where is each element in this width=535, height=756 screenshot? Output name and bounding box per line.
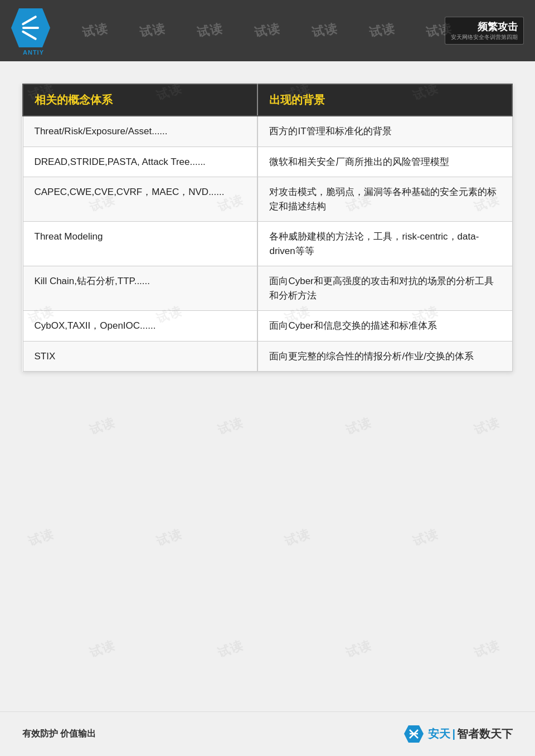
logo-text: ANTIY: [11, 49, 56, 56]
watermark-15: 试读: [471, 414, 502, 439]
footer-brand-sub: 智者数天下: [457, 728, 513, 740]
header-wm-5: 试读: [310, 20, 339, 41]
logo-line-3: [22, 30, 37, 40]
table-cell-left-4: Kill Chain,钻石分析,TTP......: [23, 266, 257, 311]
watermark-12: 试读: [87, 414, 118, 439]
header-wm-3: 试读: [196, 20, 225, 41]
watermark-13: 试读: [215, 414, 246, 439]
table-cell-left-1: DREAD,STRIDE,PASTA, Attack Tree......: [23, 147, 257, 177]
table-row: DREAD,STRIDE,PASTA, Attack Tree......微软和…: [23, 147, 512, 177]
logo-line-1: [22, 15, 37, 25]
table-row: CAPEC,CWE,CVE,CVRF，MAEC，NVD......对攻击模式，脆…: [23, 177, 512, 222]
table-cell-right-1: 微软和相关安全厂商所推出的风险管理模型: [257, 147, 512, 177]
table-row: Threat/Risk/Exposure/Asset......西方的IT管理和…: [23, 116, 512, 147]
watermark-21: 试读: [215, 637, 246, 662]
header-wm-4: 试读: [253, 20, 282, 41]
table-cell-right-2: 对攻击模式，脆弱点，漏洞等各种基础的安全元素的标定和描述结构: [257, 177, 512, 222]
header-wm-1: 试读: [81, 20, 110, 41]
watermark-17: 试读: [154, 525, 184, 550]
header: ANTIY 试读 试读 试读 试读 试读 试读 试读 频繁攻击 安天网络安全冬训…: [0, 0, 535, 61]
watermark-20: 试读: [87, 637, 118, 662]
col1-header: 相关的概念体系: [23, 84, 257, 116]
table-header-row: 相关的概念体系 出现的背景: [23, 84, 512, 116]
main-content: 相关的概念体系 出现的背景 Threat/Risk/Exposure/Asset…: [0, 61, 535, 388]
footer-brand-cn: 安天: [428, 728, 450, 740]
table-row: STIX面向更完整的综合性的情报分析/作业/交换的体系: [23, 341, 512, 372]
header-wm-6: 试读: [367, 20, 396, 41]
header-logo: ANTIY: [11, 8, 56, 53]
watermark-19: 试读: [410, 525, 441, 550]
footer: 有效防护 价值输出 安天|智者数天下: [0, 711, 535, 756]
table-row: Kill Chain,钻石分析,TTP......面向Cyber和更高强度的攻击…: [23, 266, 512, 311]
table-cell-left-5: CybOX,TAXII，OpenIOC......: [23, 311, 257, 342]
table-cell-right-4: 面向Cyber和更高强度的攻击和对抗的场景的分析工具和分析方法: [257, 266, 512, 311]
table-cell-left-3: Threat Modeling: [23, 222, 257, 266]
table-cell-right-5: 面向Cyber和信息交换的描述和标准体系: [257, 311, 512, 342]
watermark-18: 试读: [282, 525, 313, 550]
table-cell-left-6: STIX: [23, 341, 257, 372]
brand-name: 频繁攻击: [451, 20, 518, 33]
main-table: 相关的概念体系 出现的背景 Threat/Risk/Exposure/Asset…: [22, 84, 513, 372]
table-cell-right-3: 各种威胁建模的方法论，工具，risk-centric，data-driven等等: [257, 222, 512, 266]
table-row: Threat Modeling各种威胁建模的方法论，工具，risk-centri…: [23, 222, 512, 266]
watermark-16: 试读: [26, 525, 56, 550]
table-cell-left-2: CAPEC,CWE,CVE,CVRF，MAEC，NVD......: [23, 177, 257, 222]
footer-logo-icon: [404, 724, 424, 744]
header-right-logo: 频繁攻击 安天网络安全冬训营第四期: [445, 17, 524, 45]
table-cell-right-0: 西方的IT管理和标准化的背景: [257, 116, 512, 147]
col2-header: 出现的背景: [257, 84, 512, 116]
watermark-14: 试读: [343, 414, 374, 439]
brand-sub: 安天网络安全冬训营第四期: [451, 33, 518, 41]
watermark-23: 试读: [471, 637, 502, 662]
table-cell-left-0: Threat/Risk/Exposure/Asset......: [23, 116, 257, 147]
table-row: CybOX,TAXII，OpenIOC......面向Cyber和信息交换的描述…: [23, 311, 512, 342]
table-cell-right-6: 面向更完整的综合性的情报分析/作业/交换的体系: [257, 341, 512, 372]
header-wm-2: 试读: [138, 20, 167, 41]
logo-line-2: [22, 27, 39, 29]
footer-right: 安天|智者数天下: [404, 724, 513, 744]
footer-left-text: 有效防护 价值输出: [22, 728, 96, 740]
footer-brand: 安天|智者数天下: [428, 726, 513, 742]
watermark-22: 试读: [343, 637, 374, 662]
